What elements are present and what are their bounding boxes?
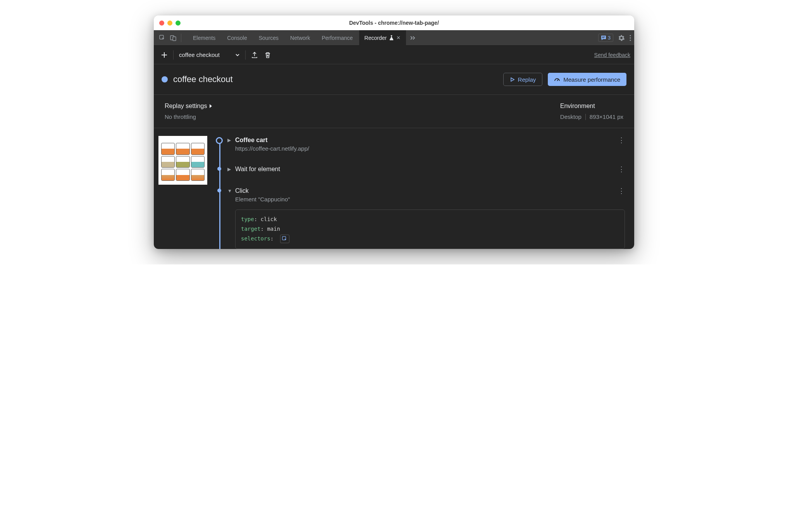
window-title: DevTools - chrome://new-tab-page/ <box>349 20 439 26</box>
close-window-button[interactable] <box>159 21 164 26</box>
step-title: Wait for element <box>235 166 280 173</box>
chevron-down-icon <box>235 53 240 57</box>
tab-elements[interactable]: Elements <box>188 30 221 46</box>
plus-icon <box>161 51 168 58</box>
step-menu-button[interactable]: ⋮ <box>618 187 625 195</box>
replay-settings-toggle[interactable]: Replay settings <box>165 103 560 110</box>
device-toggle-icon[interactable] <box>168 33 179 43</box>
replay-settings-section: Replay settings No throttling Environmen… <box>154 95 634 128</box>
step-url: https://coffee-cart.netlify.app/ <box>235 145 630 152</box>
export-button[interactable] <box>248 48 261 62</box>
step-subtitle: Element "Cappucino" <box>235 196 630 203</box>
step-menu-button[interactable]: ⋮ <box>618 165 625 173</box>
replay-button[interactable]: Replay <box>503 73 543 86</box>
close-tab-icon[interactable]: ✕ <box>396 35 401 41</box>
inspect-icon <box>282 236 287 242</box>
export-icon <box>251 51 258 58</box>
caret-right-icon <box>209 104 213 108</box>
more-options-icon[interactable] <box>630 35 631 41</box>
environment-details: Desktop 893×1041 px <box>560 113 623 120</box>
issues-badge[interactable]: 3 <box>598 34 613 42</box>
svg-point-7 <box>630 39 631 41</box>
step-menu-button[interactable]: ⋮ <box>618 136 625 144</box>
delete-button[interactable] <box>261 48 274 62</box>
tab-network[interactable]: Network <box>285 30 315 46</box>
tab-sources[interactable]: Sources <box>253 30 284 46</box>
expand-step-button[interactable]: ▶ <box>227 137 231 143</box>
environment-label: Environment <box>560 103 623 110</box>
gauge-icon <box>554 76 560 82</box>
more-tabs-icon[interactable] <box>410 35 415 41</box>
settings-gear-icon[interactable] <box>618 34 625 41</box>
svg-rect-4 <box>602 38 604 38</box>
recording-selector[interactable]: coffee checkout <box>176 51 243 58</box>
devtools-window: DevTools - chrome://new-tab-page/ Elemen… <box>154 15 634 249</box>
step-click: ▼ Click ⋮ Element "Cappucino" type: clic… <box>214 187 630 249</box>
throttling-label: No throttling <box>165 113 560 120</box>
step-marker <box>217 167 221 171</box>
step-marker-start <box>216 137 223 144</box>
play-icon <box>510 77 515 82</box>
main-tabstrip: Elements Console Sources Network Perform… <box>154 30 634 46</box>
svg-point-6 <box>630 37 631 38</box>
recording-header: coffee checkout Replay Measure performan… <box>154 64 634 95</box>
resolution-label: 893×1041 px <box>590 113 623 120</box>
tab-console[interactable]: Console <box>222 30 252 46</box>
step-marker <box>217 189 221 192</box>
new-recording-button[interactable] <box>158 48 171 62</box>
message-icon <box>601 35 606 41</box>
steps-timeline: ▶ Coffee cart ⋮ https://coffee-cart.netl… <box>214 136 630 249</box>
minimize-window-button[interactable] <box>167 21 172 26</box>
divider <box>245 50 246 60</box>
divider <box>181 34 181 42</box>
recording-status-dot <box>162 76 168 82</box>
recording-title: coffee checkout <box>173 74 233 84</box>
step-wait: ▶ Wait for element ⋮ <box>214 165 630 173</box>
svg-rect-3 <box>602 36 605 37</box>
svg-rect-2 <box>173 37 176 41</box>
send-feedback-link[interactable]: Send feedback <box>594 52 630 58</box>
svg-point-5 <box>630 35 631 36</box>
experiment-flask-icon <box>389 35 394 40</box>
expand-step-button[interactable]: ▶ <box>227 166 231 172</box>
step-details-code: type: click target: main selectors: <box>235 209 625 249</box>
tabstrip-right: 3 <box>598 34 631 42</box>
window-titlebar: DevTools - chrome://new-tab-page/ <box>154 15 634 30</box>
page-thumbnail <box>158 136 207 185</box>
fullscreen-window-button[interactable] <box>175 21 181 26</box>
tab-performance[interactable]: Performance <box>316 30 358 46</box>
recording-name-label: coffee checkout <box>179 51 220 58</box>
collapse-step-button[interactable]: ▼ <box>227 188 231 194</box>
measure-performance-button[interactable]: Measure performance <box>548 73 626 86</box>
step-initial: ▶ Coffee cart ⋮ https://coffee-cart.netl… <box>214 136 630 152</box>
steps-section: ▶ Coffee cart ⋮ https://coffee-cart.netl… <box>154 128 634 249</box>
device-label: Desktop <box>560 113 582 120</box>
step-title: Coffee cart <box>235 137 268 144</box>
panel-tabs: Elements Console Sources Network Perform… <box>188 30 406 46</box>
selector-picker-button[interactable] <box>280 235 289 243</box>
inspect-element-icon[interactable] <box>157 33 168 43</box>
divider <box>173 50 174 60</box>
tab-recorder[interactable]: Recorder ✕ <box>359 30 406 46</box>
step-title: Click <box>235 187 249 194</box>
recorder-toolbar: coffee checkout Send feedback <box>154 46 634 64</box>
trash-icon <box>264 51 271 58</box>
traffic-lights <box>159 21 181 26</box>
devtools-body: Elements Console Sources Network Perform… <box>154 30 634 249</box>
